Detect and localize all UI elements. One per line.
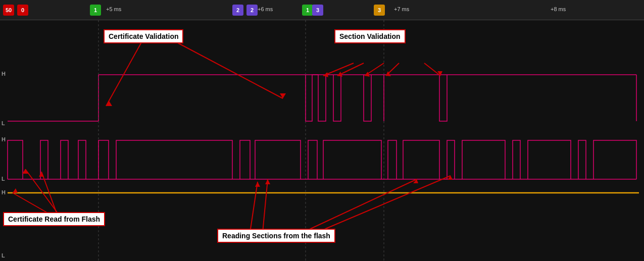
svg-marker-36 — [448, 176, 453, 180]
badge-50: 50 — [3, 5, 14, 16]
svg-line-25 — [25, 169, 61, 217]
svg-text:H: H — [2, 71, 6, 77]
certificate-read-flash-label: Certificate Read from Flash — [3, 212, 105, 226]
badge-3-orange: 3 — [374, 5, 385, 16]
reading-sections-flash-label: Reading Sections from the flash — [217, 229, 335, 243]
svg-line-15 — [323, 63, 354, 76]
svg-marker-28 — [39, 172, 44, 177]
svg-text:L: L — [2, 252, 5, 258]
svg-line-27 — [41, 172, 58, 217]
svg-line-17 — [337, 63, 364, 76]
svg-text:L: L — [2, 120, 5, 126]
svg-text:H: H — [2, 136, 6, 142]
svg-line-19 — [365, 63, 384, 76]
badge-2-purple-1: 2 — [232, 5, 243, 16]
svg-text:L: L — [2, 176, 5, 182]
section-validation-label: Section Validation — [334, 29, 406, 43]
svg-marker-34 — [413, 179, 418, 183]
badge-1-green-2: 1 — [302, 5, 313, 16]
time-label-5ms: +5 ms — [106, 6, 121, 12]
svg-line-21 — [386, 63, 399, 76]
svg-line-33 — [303, 179, 417, 232]
svg-marker-14 — [106, 101, 112, 106]
svg-marker-18 — [337, 72, 342, 77]
time-label-8ms: +8 ms — [551, 6, 566, 12]
svg-marker-12 — [280, 93, 286, 98]
svg-text:H: H — [2, 189, 6, 195]
certificate-validation-label: Certificate Validation — [104, 29, 183, 43]
badge-0-red: 0 — [17, 5, 28, 16]
badge-3-purple: 3 — [312, 5, 323, 16]
svg-marker-20 — [365, 72, 370, 77]
svg-marker-16 — [323, 72, 328, 77]
svg-marker-26 — [22, 169, 28, 174]
svg-line-11 — [177, 42, 283, 98]
main-container: 50 0 1 2 2 1 3 3 +5 ms +6 ms +7 ms +8 ms… — [0, 0, 644, 261]
svg-line-31 — [263, 179, 268, 232]
svg-line-37 — [13, 193, 51, 215]
badge-1-green: 1 — [90, 5, 101, 16]
svg-line-35 — [323, 176, 451, 230]
svg-line-29 — [250, 182, 258, 232]
timeline-bar: 50 0 1 2 2 1 3 3 +5 ms +6 ms +7 ms +8 ms — [0, 0, 644, 20]
svg-marker-32 — [265, 179, 270, 184]
svg-marker-38 — [13, 188, 18, 193]
time-label-6ms: +6 ms — [258, 6, 273, 12]
svg-line-23 — [424, 63, 440, 76]
svg-line-13 — [106, 42, 141, 106]
time-label-7ms: +7 ms — [394, 6, 409, 12]
svg-marker-24 — [437, 71, 442, 76]
svg-marker-22 — [386, 71, 391, 76]
badge-2-purple-2: 2 — [246, 5, 258, 16]
svg-marker-30 — [255, 182, 260, 187]
